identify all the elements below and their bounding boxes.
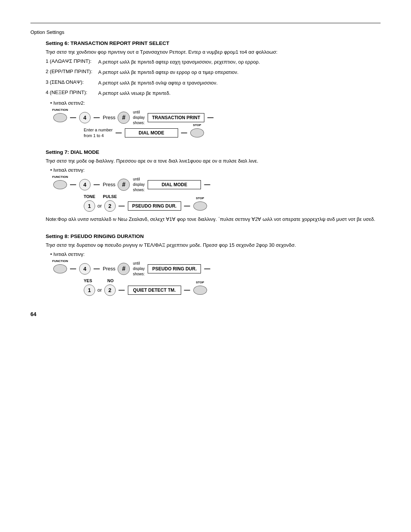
- dash3-s7: —: [204, 181, 210, 188]
- dash5-s6: —: [181, 129, 187, 136]
- setting8-diagram-bottom-row: 1 or 2 — QUIET DETECT TM. —: [84, 284, 381, 296]
- dash1-s6: —: [70, 114, 76, 121]
- setting8-sub-labels: YES NO: [84, 278, 381, 283]
- hash-button-s6: #: [118, 112, 130, 124]
- display-box-s8: PSEUDO RING DUR.: [148, 264, 201, 273]
- setting8-intro: Τηισ σετσ τηε δυρατιον οφ πσευδο ρινγινγ…: [46, 241, 381, 249]
- setting7-title: Setting 7: DIAL MODE: [46, 149, 381, 155]
- list-item-1: 1 (ΑΛΩΑΨΣ ΠΡΙΝΤ): Α ρεπορτ ωιλλ βε πριντ…: [46, 58, 381, 66]
- hash-button-s8: #: [118, 263, 130, 275]
- setting6-initial: • Ινιτιαλ σεττιν2:: [50, 100, 381, 106]
- press-label-s6: Press: [103, 115, 115, 120]
- dash5-s7: —: [184, 203, 190, 209]
- setting7-block: Setting 7: DIAL MODE Τηισ σετσ τηε μοδε …: [46, 149, 381, 223]
- until-display-s6: untildisplayshows:: [133, 110, 145, 126]
- list-desc-1: Α ρεπορτ ωιλλ βε πριντεδ αφτερ εαχη τραν…: [98, 58, 260, 66]
- dash1-s8: —: [70, 265, 76, 272]
- function-button-s7: [53, 180, 67, 189]
- no-label: NO: [107, 278, 114, 283]
- function-button-s8: [53, 264, 67, 273]
- num4-button-s6: 4: [79, 112, 91, 123]
- list-desc-3: Α ρεπορτ ωιλλ βε πριντεδ ονλψ αφτερ α τρ…: [98, 79, 218, 87]
- setting8-block: Setting 8: PSEUDO RINGING DURATION Τηισ …: [46, 233, 381, 296]
- setting6-diagram-bottom-row: Enter a numberfrom 1 to 4 — DIAL MODE —: [84, 127, 381, 139]
- stop-button-s6: [190, 128, 204, 137]
- setting8-initial: • Ινιτιαλ σεττινγ:: [50, 251, 381, 257]
- list-label-2: 2 (ΕΡΡ/ΤΜΡ ΠΡΙΝΤ):: [46, 69, 95, 76]
- yes-label: YES: [84, 278, 92, 283]
- dash2-s6: —: [94, 114, 100, 121]
- press-label-s7: Press: [103, 182, 115, 187]
- setting7-diagram: — 4 — Press # untildisplayshows: DIAL MO…: [53, 177, 381, 212]
- setting8-diagram-top-row: — 4 — Press # untildisplayshows: PSEUDO …: [53, 261, 381, 277]
- display-box2-s8: QUIET DETECT TM.: [128, 286, 181, 295]
- tone-label: TONE: [84, 194, 95, 199]
- num2-button-s8: 2: [104, 284, 116, 296]
- num1-button-s7: 1: [84, 200, 95, 212]
- setting6-title: Setting 6: TRANSACTION REPORT PRINT SELE…: [46, 40, 381, 46]
- press-label-s8: Press: [103, 266, 115, 272]
- list-label-4: 4 (ΝΕΞΕΡ ΠΡΙΝΤ):: [46, 89, 95, 97]
- setting6-block: Setting 6: TRANSACTION REPORT PRINT SELE…: [46, 40, 381, 139]
- or-label-s7: or: [97, 203, 102, 209]
- function-button-s6: [53, 113, 67, 122]
- section-header: Option Settings: [30, 29, 381, 35]
- list-label-3: 3 (ΣΕΝΔ ΟΝΑΨ):: [46, 79, 95, 87]
- stop-button-s8: [193, 286, 207, 295]
- display-box2-s7: PSEUDO RING DUR.: [128, 201, 181, 211]
- list-label-1: 1 (ΑΛΩΑΨΣ ΠΡΙΝΤ):: [46, 58, 95, 66]
- dash4-s7: —: [119, 203, 125, 209]
- dash3-s6: —: [207, 114, 213, 121]
- top-divider: [30, 23, 381, 23]
- pulse-label: PULSE: [103, 194, 117, 199]
- setting7-diagram-bottom-row: 1 or 2 — PSEUDO RING DUR. —: [84, 200, 381, 212]
- setting6-intro: Τηισ σετσ τηε χονδιτιον φορ πριντινγ ουτ…: [46, 48, 381, 56]
- setting7-note: Note:Φορ αλλ υνιτσ ινσταλλεδ ιν Νεω Ζεαλ…: [46, 216, 381, 223]
- enter-text-s6: Enter a numberfrom 1 to 4: [84, 127, 113, 139]
- setting6-diagram-top-row: — 4 — Press # untildisplayshows: TRANSAC…: [53, 110, 381, 126]
- display-box-s6: TRANSACTION PRINT: [148, 113, 204, 122]
- list-item-3: 3 (ΣΕΝΔ ΟΝΑΨ): Α ρεπορτ ωιλλ βε πριντεδ …: [46, 79, 381, 87]
- dash3-s8: —: [204, 265, 210, 272]
- num4-button-s8: 4: [79, 263, 91, 275]
- list-desc-2: Α ρεπορτ ωιλλ βε πριντεδ αφτερ αν ερρορ …: [98, 69, 239, 76]
- until-display-s8: untildisplayshows:: [133, 261, 145, 277]
- display-box2-s6: DIAL MODE: [125, 128, 178, 137]
- setting8-diagram: — 4 — Press # untildisplayshows: PSEUDO …: [53, 261, 381, 296]
- num2-button-s7: 2: [104, 200, 116, 212]
- dash2-s8: —: [94, 265, 100, 272]
- display-box-s7: DIAL MODE: [148, 180, 201, 189]
- until-display-s7: untildisplayshows:: [133, 177, 145, 193]
- dash1-s7: —: [70, 181, 76, 188]
- setting7-initial: • Ινιτιαλ σεττινγ:: [50, 167, 381, 173]
- page-number: 64: [30, 311, 381, 317]
- setting8-title: Setting 8: PSEUDO RINGING DURATION: [46, 233, 381, 239]
- dash5-s8: —: [184, 287, 190, 294]
- list-item-2: 2 (ΕΡΡ/ΤΜΡ ΠΡΙΝΤ): Α ρεπορτ ωιλλ βε πριν…: [46, 69, 381, 76]
- list-desc-4: Α ρεπορτ ωιλλ νεωερ βε πριντεδ.: [98, 89, 170, 97]
- num4-button-s7: 4: [79, 179, 91, 190]
- setting7-diagram-top-row: — 4 — Press # untildisplayshows: DIAL MO…: [53, 177, 381, 193]
- or-label-s8: or: [97, 287, 102, 293]
- setting7-intro: Τηισ σετσ τηε μοδε οφ διαλλινγ. Πρεσσου …: [46, 157, 381, 165]
- hash-button-s7: #: [118, 179, 130, 191]
- dash4-s6: —: [116, 129, 122, 136]
- stop-button-s7: [193, 201, 207, 211]
- dash2-s7: —: [94, 181, 100, 188]
- dash4-s8: —: [119, 287, 125, 294]
- list-item-4: 4 (ΝΕΞΕΡ ΠΡΙΝΤ): Α ρεπορτ ωιλλ νεωερ βε …: [46, 89, 381, 97]
- setting6-diagram: — 4 — Press # untildisplayshows: TRANSAC…: [53, 110, 381, 139]
- num1-button-s8: 1: [84, 284, 95, 296]
- setting7-sub-labels: TONE PULSE: [84, 194, 381, 199]
